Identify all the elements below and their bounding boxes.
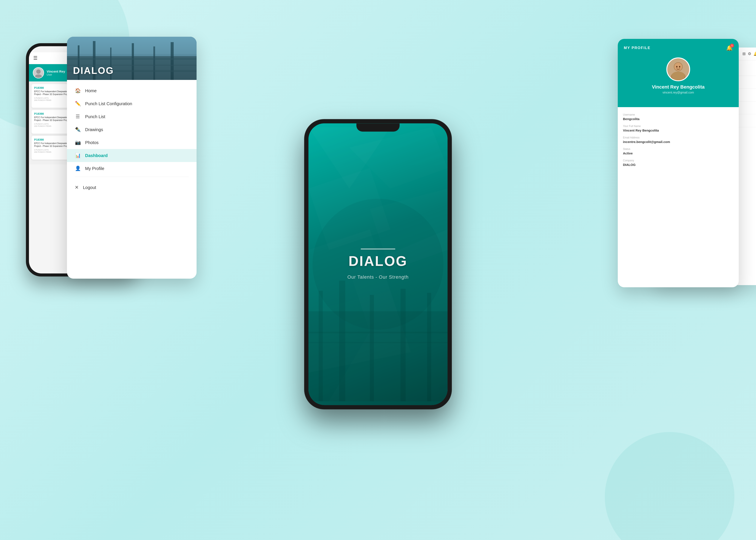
- menu-item-drawings-label: Drawings: [85, 127, 103, 132]
- svg-rect-29: [427, 293, 431, 401]
- menu-panel: DIALOG 🏠 Home ✏️ Punch List Configuratio…: [67, 37, 196, 279]
- svg-point-36: [676, 66, 678, 68]
- center-phone: DIALOG Our Talents - Our Strength: [305, 119, 451, 409]
- splash-screen: DIALOG Our Talents - Our Strength: [309, 123, 447, 405]
- user-role: User: [47, 73, 65, 76]
- profile-avatar: [666, 58, 690, 81]
- field-label-username: Username: [623, 113, 733, 116]
- profile-header-top: MY PROFILE 🔔 5: [624, 45, 733, 51]
- profile-email: vincent.rey@gmail.com: [663, 91, 694, 94]
- menu-banner: DIALOG: [67, 37, 196, 80]
- profile-fields: Username Bengcolita Your Full Name Vince…: [618, 107, 739, 177]
- profile-field-username: Username Bengcolita: [623, 113, 733, 121]
- svg-point-1: [36, 69, 41, 74]
- grid-view-icon[interactable]: ⊞: [742, 52, 746, 56]
- profile-field-fullname: Your Full Name Vincent Rey Bengcolita: [623, 125, 733, 132]
- field-value-email: incentre.bengcolit@gmail.com: [623, 140, 733, 144]
- menu-item-home[interactable]: 🏠 Home: [67, 84, 196, 97]
- menu-item-punchlist[interactable]: ☰ Punch List: [67, 110, 196, 123]
- drawings-icon: ✒️: [75, 127, 81, 133]
- field-label-email: Email Address: [623, 136, 733, 139]
- menu-app-title: DIALOG: [73, 65, 190, 76]
- menu-item-home-label: Home: [85, 88, 96, 93]
- splash-geo: [309, 123, 447, 405]
- field-label-company: Company: [623, 159, 733, 162]
- svg-point-37: [679, 66, 681, 68]
- center-phone-notch: [356, 123, 400, 132]
- profile-title: MY PROFILE: [624, 46, 651, 50]
- user-name: Vincent Rey: [47, 69, 65, 73]
- field-label-status: Status: [623, 148, 733, 151]
- menu-item-profile-label: My Profile: [85, 166, 104, 171]
- profile-field-email: Email Address incentre.bengcolit@gmail.c…: [623, 136, 733, 144]
- menu-item-drawings[interactable]: ✒️ Drawings: [67, 123, 196, 136]
- profile-field-status: Status Active: [623, 148, 733, 155]
- svg-rect-5: [67, 37, 196, 56]
- menu-item-photos-label: Photos: [85, 140, 98, 145]
- bell-button[interactable]: 🔔 5: [726, 45, 733, 51]
- menu-item-profile[interactable]: 👤 My Profile: [67, 162, 196, 175]
- svg-rect-24: [309, 311, 447, 401]
- logout-icon: ✕: [75, 185, 78, 190]
- filter-icon[interactable]: ⚙: [748, 52, 751, 56]
- menu-item-punchlist-config[interactable]: ✏️ Punch List Configuration: [67, 97, 196, 110]
- rlist-icons: ⊞ ⚙ 🔔: [742, 52, 756, 56]
- menu-divider: [75, 177, 189, 177]
- menu-item-punchlist-config-label: Punch List Configuration: [85, 101, 132, 106]
- svg-point-23: [313, 199, 443, 330]
- profile-header: MY PROFILE 🔔 5 Vincent: [618, 39, 739, 107]
- punchlist-icon: ☰: [75, 114, 81, 120]
- svg-rect-28: [401, 289, 406, 401]
- logout-item[interactable]: ✕ Logout: [67, 181, 196, 194]
- svg-rect-31: [309, 342, 447, 343]
- menu-items: 🏠 Home ✏️ Punch List Configuration ☰ Pun…: [67, 80, 196, 198]
- profile-avatar-area: Vincent Rey Bengcolita vincent.rey@gmail…: [624, 58, 733, 94]
- rlist-bell-icon[interactable]: 🔔: [753, 52, 756, 56]
- svg-rect-26: [339, 281, 345, 401]
- svg-rect-25: [318, 291, 323, 401]
- field-label-fullname: Your Full Name: [623, 125, 733, 128]
- deco-circle-br: [605, 432, 734, 540]
- svg-rect-12: [67, 58, 196, 60]
- center-phone-screen: DIALOG Our Talents - Our Strength: [309, 123, 447, 405]
- hamburger-icon[interactable]: ☰: [33, 55, 38, 61]
- bell-badge: 5: [730, 44, 734, 48]
- svg-point-38: [671, 71, 685, 80]
- svg-rect-27: [370, 295, 374, 401]
- profile-field-company: Company DIALOG: [623, 159, 733, 167]
- home-icon: 🏠: [75, 88, 81, 94]
- field-value-status: Active: [623, 151, 733, 155]
- field-value-username: Bengcolita: [623, 117, 733, 121]
- menu-item-dashboard[interactable]: 📊 Dashboard: [67, 149, 196, 162]
- menu-item-punchlist-label: Punch List: [85, 114, 105, 119]
- menu-banner-overlay: DIALOG: [67, 61, 196, 80]
- user-info: Vincent Rey User: [47, 69, 65, 76]
- logout-label: Logout: [83, 185, 96, 190]
- svg-rect-30: [309, 332, 447, 334]
- photos-icon: 📷: [75, 140, 81, 146]
- menu-item-dashboard-label: Dashboard: [85, 153, 108, 158]
- profile-name: Vincent Rey Bengcolita: [652, 84, 704, 90]
- field-value-fullname: Vincent Rey Bengcolita: [623, 129, 733, 132]
- dashboard-icon: 📊: [75, 153, 81, 159]
- punchlist-config-icon: ✏️: [75, 101, 81, 107]
- user-avatar: [33, 67, 44, 78]
- field-value-company: DIALOG: [623, 163, 733, 167]
- profile-icon: 👤: [75, 166, 81, 172]
- menu-item-photos[interactable]: 📷 Photos: [67, 136, 196, 149]
- right-profile-panel: MY PROFILE 🔔 5 Vincent: [618, 39, 739, 287]
- center-phone-shell: DIALOG Our Talents - Our Strength: [305, 119, 451, 409]
